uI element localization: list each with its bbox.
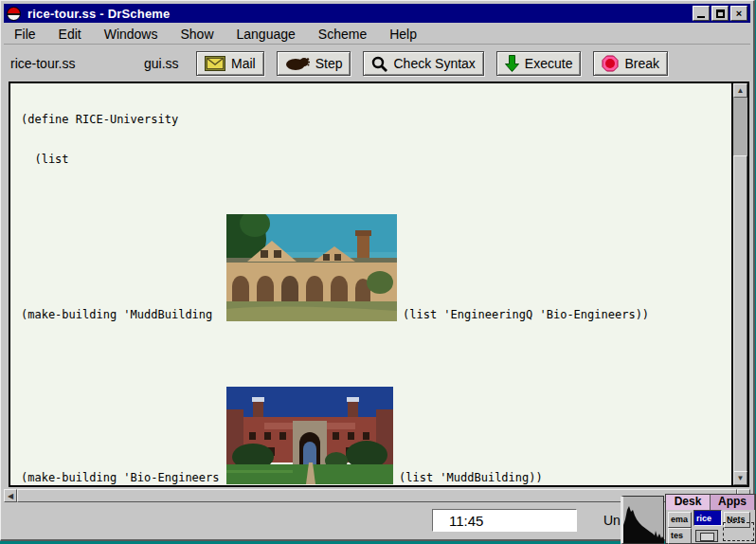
- menu-scheme[interactable]: Scheme: [307, 25, 378, 44]
- drscheme-window: rice-tour.ss - DrScheme × File Edit Wind…: [0, 0, 755, 541]
- code-line-list: (list: [21, 153, 731, 166]
- drscheme-logo-icon: [7, 7, 21, 21]
- scroll-down-arrow-icon[interactable]: ▼: [733, 471, 747, 485]
- menu-file[interactable]: File: [4, 25, 47, 44]
- menu-edit[interactable]: Edit: [47, 25, 93, 44]
- close-icon: ×: [736, 8, 742, 19]
- maximize-button[interactable]: [711, 6, 729, 21]
- xload-graph-window[interactable]: [621, 496, 664, 544]
- pager-body: ema rice Nets tes: [666, 510, 755, 543]
- stop-sign-icon: [602, 55, 619, 72]
- mail-button[interactable]: Mail: [196, 51, 264, 76]
- mudd-building-photo: [226, 214, 397, 321]
- scroll-up-arrow-icon[interactable]: ▲: [733, 83, 747, 98]
- footprint-icon: [285, 56, 310, 71]
- menu-show[interactable]: Show: [169, 25, 225, 44]
- execute-button[interactable]: Execute: [496, 51, 582, 76]
- minimize-icon: [697, 16, 705, 18]
- step-button[interactable]: Step: [277, 51, 351, 76]
- execute-button-label: Execute: [525, 56, 573, 71]
- clock-display: 11:45: [432, 509, 577, 532]
- teachpack-label: gui.ss: [144, 56, 189, 71]
- definitions-editor: (define RICE-University (list (make-buil…: [9, 82, 749, 487]
- vertical-scrollbar-thumb[interactable]: [733, 155, 747, 476]
- mail-envelope-icon: [205, 56, 225, 71]
- tab-desk[interactable]: Desk: [666, 495, 711, 510]
- window-title: rice-tour.ss - DrScheme: [27, 7, 691, 21]
- check-syntax-button[interactable]: Check Syntax: [363, 51, 483, 76]
- menu-bar: File Edit Windows Show Language Scheme H…: [4, 25, 750, 45]
- pager-tabs: Desk Apps: [666, 495, 755, 510]
- clock-time: 11:45: [449, 513, 483, 529]
- maximize-icon: [716, 9, 725, 18]
- break-button-label: Break: [624, 56, 659, 71]
- title-bar[interactable]: rice-tour.ss - DrScheme ×: [4, 4, 750, 23]
- code-text: (make-building 'Bio-Engineers: [21, 471, 226, 484]
- menu-help[interactable]: Help: [378, 25, 428, 44]
- close-button[interactable]: ×: [730, 6, 747, 21]
- code-text: (list 'EngineeringQ 'Bio-Engineers)): [403, 308, 649, 321]
- vertical-scrollbar[interactable]: ▲ ▼: [731, 83, 747, 485]
- tab-apps[interactable]: Apps: [711, 495, 755, 510]
- minimize-button[interactable]: [693, 6, 710, 21]
- code-text: (list 'MuddBuilding)): [399, 471, 543, 484]
- code-area[interactable]: (define RICE-University (list (make-buil…: [10, 83, 731, 485]
- check-syntax-button-label: Check Syntax: [393, 56, 475, 71]
- code-row-bio: (make-building 'Bio-Engineers: [21, 387, 731, 484]
- menu-language[interactable]: Language: [225, 25, 307, 44]
- green-down-arrow-icon: [505, 55, 519, 72]
- pager-item-emacs[interactable]: ema: [668, 512, 692, 528]
- menu-windows[interactable]: Windows: [93, 25, 170, 44]
- bio-engineers-building-photo: [226, 387, 393, 484]
- break-button[interactable]: Break: [593, 51, 668, 76]
- desktop: { "colors": { "titlebar": "#000080", "ch…: [0, 0, 756, 544]
- filename-label: rice-tour.ss: [10, 56, 144, 71]
- mail-button-label: Mail: [231, 56, 256, 71]
- pager-item-rice-active[interactable]: rice: [693, 510, 722, 526]
- scroll-left-arrow-icon[interactable]: ◀: [4, 489, 17, 502]
- code-line-define: (define RICE-University: [21, 113, 731, 126]
- code-text: (make-building 'MuddBuilding: [21, 308, 226, 321]
- desktop-pager-window: Desk Apps ema rice Nets tes: [665, 494, 756, 544]
- toolbar: rice-tour.ss gui.ss Mail Step: [4, 45, 750, 82]
- magnifier-icon: [371, 56, 387, 72]
- pager-selection-outline: [723, 522, 754, 541]
- step-button-label: Step: [315, 56, 343, 71]
- load-histogram-icon: [623, 497, 664, 543]
- code-row-mudd: (make-building 'MuddBuilding: [21, 214, 731, 321]
